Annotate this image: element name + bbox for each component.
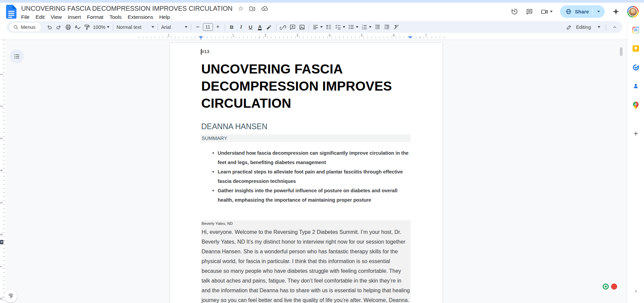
toolbar-divider	[606, 24, 606, 31]
zoom-select[interactable]: 100%	[92, 23, 111, 32]
ruler-number: 6	[0, 234, 3, 236]
document-heading[interactable]: UNCOVERING FASCIA DECOMPRESSION IMPROVES…	[201, 60, 412, 112]
calendar-app-icon[interactable]: 31	[627, 27, 644, 33]
comments-icon[interactable]	[526, 8, 533, 15]
ruler-number: 3	[0, 138, 3, 140]
toolbar-divider	[191, 24, 191, 31]
ruler-number: 1	[232, 33, 234, 37]
menu-item[interactable]: Help	[157, 13, 172, 21]
menu-item[interactable]: Format	[85, 13, 106, 21]
menu-item[interactable]: File	[19, 13, 32, 21]
menus-label: Menus	[21, 24, 36, 30]
redo-button[interactable]	[54, 23, 63, 32]
extension-green-icon[interactable]	[603, 284, 609, 290]
vertical-ruler[interactable]: 12345678	[0, 40, 5, 303]
line-spacing-button[interactable]	[325, 23, 333, 32]
paragraph-style-select[interactable]: Normal text	[116, 23, 155, 32]
add-comment-button[interactable]	[288, 23, 297, 32]
clear-formatting-button[interactable]: T	[392, 23, 401, 32]
horizontal-ruler[interactable]: 11234567	[0, 33, 627, 40]
star-icon[interactable]: ☆	[238, 5, 244, 12]
gemini-sparkle-icon[interactable]	[612, 8, 620, 15]
hide-menus-button[interactable]	[610, 23, 619, 32]
indent-icon	[384, 24, 390, 30]
font-size-input[interactable]: 11	[203, 23, 213, 31]
chevron-down-icon	[598, 26, 600, 28]
share-label: Share	[575, 9, 589, 14]
undo-icon	[46, 24, 53, 31]
share-button[interactable]: Share	[560, 5, 605, 18]
show-side-panel-button[interactable]: ›	[627, 288, 644, 294]
document-page[interactable]: #13 UNCOVERING FASCIA DECOMPRESSION IMPR…	[170, 43, 443, 303]
menu-item[interactable]: Insert	[66, 13, 83, 21]
bold-button[interactable]: B	[227, 23, 236, 32]
text-color-icon: A	[258, 24, 262, 30]
page-header[interactable]: #13	[201, 49, 209, 55]
bulleted-list-select[interactable]	[347, 23, 359, 32]
menus-search-button[interactable]: Menus	[9, 22, 41, 32]
tasks-app-icon[interactable]	[627, 64, 644, 71]
keep-app-icon[interactable]	[627, 45, 644, 52]
get-add-ons-button[interactable]: +	[627, 130, 644, 137]
print-button[interactable]	[64, 23, 73, 32]
decrease-indent-button[interactable]	[373, 23, 382, 32]
align-select[interactable]	[311, 23, 324, 32]
summary-bullet[interactable]: Learn practical steps to alleviate foot …	[201, 167, 412, 186]
checklist-select[interactable]	[334, 23, 346, 32]
menu-item[interactable]: Extensions	[125, 13, 156, 21]
google-docs-logo-icon[interactable]	[6, 5, 16, 19]
transcript-paragraph: Hi, everyone. Welcome to the Reversing T…	[202, 227, 411, 303]
editing-mode-select[interactable]: Editing	[565, 23, 601, 32]
document-title[interactable]: UNCOVERING FASCIA DECOMPRESSION IMPROVES…	[21, 5, 232, 12]
summary-bullet[interactable]: Gather insights into the powerful influe…	[201, 186, 412, 205]
extension-red-icon[interactable]	[611, 284, 617, 290]
insert-image-button[interactable]	[298, 23, 306, 32]
left-indent-marker[interactable]	[199, 36, 203, 39]
join-call-button[interactable]	[541, 8, 553, 16]
right-indent-marker[interactable]	[408, 36, 412, 39]
menu-item[interactable]: Edit	[33, 13, 47, 21]
chevron-down-icon	[320, 26, 323, 28]
menu-item[interactable]: Tools	[107, 13, 124, 21]
globe-icon	[565, 8, 572, 15]
increase-font-size-button[interactable]: +	[214, 23, 222, 32]
toolbar-divider	[158, 24, 158, 31]
ruler-number: 4	[0, 169, 3, 171]
account-avatar[interactable]	[627, 6, 639, 17]
transcript-block[interactable]: Beverly Yates, ND Hi, everyone. Welcome …	[201, 220, 411, 303]
numbered-list-select[interactable]: 123	[360, 23, 373, 32]
version-history-icon[interactable]	[511, 8, 518, 15]
chevron-down-icon	[152, 26, 154, 28]
underline-button[interactable]: U	[246, 23, 255, 32]
google-docs-app: UNCOVERING FASCIA DECOMPRESSION IMPROVES…	[0, 0, 644, 303]
accessibility-fingerprint-button[interactable]	[4, 290, 17, 302]
vertical-scrollbar-thumb[interactable]	[620, 47, 622, 56]
ruler-number: 7	[0, 266, 3, 268]
italic-button[interactable]: I	[237, 23, 246, 32]
share-dropdown-icon[interactable]	[597, 11, 600, 12]
contacts-app-icon[interactable]	[627, 83, 644, 89]
paint-format-button[interactable]	[83, 23, 91, 32]
summary-bullet[interactable]: Understand how fascia decompression can …	[201, 148, 412, 167]
decrease-font-size-button[interactable]: −	[194, 23, 202, 32]
highlight-color-button[interactable]	[265, 23, 274, 32]
insert-link-button[interactable]	[279, 23, 288, 32]
bold-icon: B	[230, 24, 233, 30]
undo-button[interactable]	[45, 23, 54, 32]
summary-section-label[interactable]: SUMMARY	[201, 134, 411, 142]
ruler-number: 5	[0, 202, 3, 204]
move-to-folder-icon[interactable]	[249, 5, 256, 12]
ruler-number: 3	[296, 33, 298, 37]
maps-app-icon[interactable]	[627, 102, 644, 109]
author-subtitle[interactable]: DEANNA HANSEN	[201, 122, 267, 131]
font-select[interactable]: Arial	[160, 23, 188, 32]
increase-indent-button[interactable]	[383, 23, 391, 32]
search-icon	[13, 24, 18, 30]
menu-item[interactable]: View	[48, 13, 64, 21]
show-outline-button[interactable]	[10, 49, 24, 63]
text-color-button[interactable]: A	[256, 23, 264, 32]
cloud-saved-icon[interactable]	[261, 5, 268, 12]
spelling-check-button[interactable]: A	[73, 23, 82, 32]
left-edge-widget-icon[interactable]	[0, 240, 3, 244]
checklist-icon	[335, 24, 341, 30]
